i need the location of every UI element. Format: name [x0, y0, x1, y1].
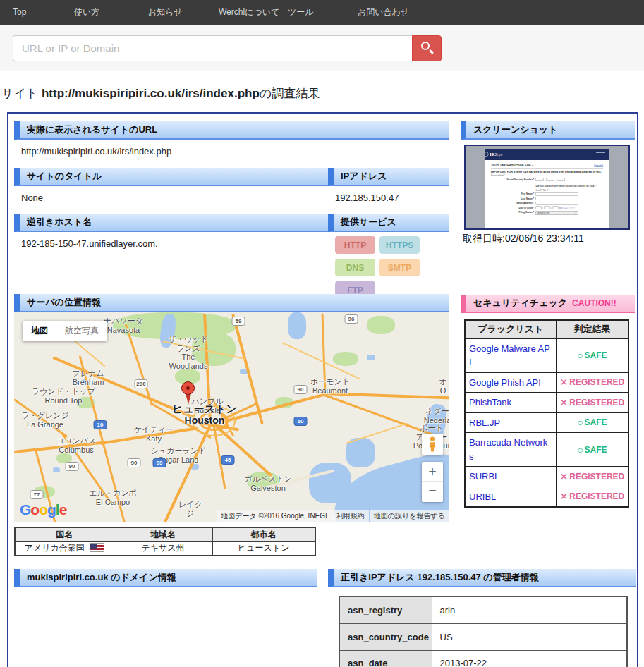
- blacklist-row: Google Phish API✕REGISTERED: [465, 372, 628, 393]
- blacklist-link[interactable]: Barracuda Networks: [465, 433, 556, 467]
- route-shield-90: 90: [128, 458, 141, 467]
- blacklist-link[interactable]: PhishTank: [465, 393, 556, 413]
- map-label: エル・カンポEl Campo: [89, 489, 136, 506]
- captured-datetime: 取得日時:02/06/16 23:34:11: [463, 233, 584, 245]
- satellite-button[interactable]: 航空写真: [56, 321, 107, 341]
- report-error-link[interactable]: 地図の誤りを報告する: [370, 510, 449, 522]
- safe-icon: ○: [577, 444, 583, 455]
- blacklist-row: SURBL✕REGISTERED: [465, 467, 628, 487]
- page-title-url: http://mukispiripiri.co.uk/irs/index.php: [42, 87, 260, 100]
- verdict-cell: ✕REGISTERED: [556, 467, 628, 487]
- blacklist-link[interactable]: Google Malware API: [465, 338, 556, 372]
- map-water: [367, 355, 375, 360]
- blacklist-link[interactable]: URIBL: [465, 487, 556, 507]
- blacklist-link[interactable]: Google Phish API: [465, 372, 556, 393]
- nav-item-usage[interactable]: 使い方: [74, 0, 99, 25]
- map-road: [346, 423, 408, 444]
- verdict-cell: ○SAFE: [556, 412, 628, 433]
- service-badge-smtp: SMTP: [379, 259, 420, 276]
- map-label: フレナムBrenham: [72, 369, 104, 386]
- map-attribution: 地図データ ©2016 Google, INEGI利用規約地図の誤りを報告する: [217, 510, 449, 522]
- route-shield-10: 10: [294, 417, 308, 426]
- map-label: ボーモントBeaumont: [310, 377, 350, 395]
- top-nav-bar: Top使い方お知らせWerchlについてツールお問い合わせ: [0, 0, 644, 25]
- route-shield-90: 90: [66, 462, 79, 471]
- map-canvas[interactable]: ナバソータNavasotaザ・ウッドランズTheWoodlandsフレナムBre…: [14, 312, 449, 522]
- reverse-host-value: 192-185-150-47.unifiedlayer.com.: [21, 238, 158, 249]
- map-greenery: [367, 316, 395, 334]
- thumb-heading: 2015 Tax Reduction File -: [491, 163, 533, 167]
- nav-item-top[interactable]: Top: [13, 0, 26, 25]
- location-header-region: 地域名: [114, 527, 212, 541]
- nav-item-tools[interactable]: ツール: [288, 0, 314, 25]
- asn-row: asn_registryarin: [339, 596, 627, 623]
- blacklist-link[interactable]: RBL.JP: [465, 412, 556, 433]
- thumb-header-links: [596, 152, 605, 153]
- zoom-in-button[interactable]: +: [422, 462, 443, 482]
- verdict-cell: ✕REGISTERED: [556, 393, 628, 413]
- registered-icon: ✕: [560, 397, 569, 408]
- location-country: アメリカ合衆国: [15, 541, 114, 556]
- google-logo: Google: [20, 501, 66, 518]
- blacklist-row: PhishTank✕REGISTERED: [465, 393, 628, 413]
- blacklist-row: URIBL✕REGISTERED: [465, 487, 628, 507]
- location-header-country: 国名: [15, 527, 114, 541]
- map-data-credit: 地図データ ©2016 Google, INEGI: [217, 510, 332, 522]
- thumb-important-text: IMPORTANT FOR EVERY TAX PAYERS to avoid …: [491, 171, 603, 174]
- blacklist-row: Google Malware API○SAFE: [465, 338, 628, 372]
- section-header-site-title: サイトのタイトル: [14, 168, 328, 186]
- nav-item-contact[interactable]: お問い合わせ: [358, 0, 409, 25]
- verdict-cell: ○SAFE: [556, 338, 628, 372]
- route-shield-45: 45: [221, 455, 235, 465]
- map-water: [309, 463, 351, 503]
- verdict-cell: ✕REGISTERED: [556, 487, 628, 507]
- page-title-suffix: の調査結果: [260, 87, 320, 100]
- section-header-actual-url: 実際に表示されるサイトのURL: [14, 121, 449, 140]
- search-button[interactable]: [412, 35, 442, 61]
- thumb-body: 2015 Tax Reduction File - Español IMPORT…: [485, 160, 609, 218]
- nav-item-news[interactable]: お知らせ: [148, 0, 183, 25]
- section-header-ip-address: IPアドレス: [328, 168, 449, 186]
- service-badge-dns: DNS: [335, 259, 375, 276]
- registered-icon: ✕: [560, 491, 569, 502]
- map-label: コロンバスColumbus: [56, 436, 96, 454]
- zoom-control: + −: [422, 462, 443, 502]
- map-button[interactable]: 地図: [23, 321, 56, 341]
- asn-value: 2013-07-22: [432, 650, 627, 667]
- nav-item-about[interactable]: Werchlについて: [219, 0, 279, 25]
- blacklist-row: RBL.JP○SAFE: [465, 412, 628, 433]
- asn-value: US: [432, 623, 627, 650]
- pegman-icon[interactable]: [422, 434, 443, 455]
- map-pin-icon: [181, 381, 195, 407]
- location-city: ヒューストン: [212, 541, 315, 556]
- service-badge-http: HTTP: [335, 236, 375, 254]
- search-input[interactable]: [13, 35, 412, 61]
- route-shield-90: 90: [294, 385, 308, 394]
- location-table: 国名 地域名 都市名 アメリカ合衆国 テキサス州 ヒューストン: [14, 527, 316, 556]
- asn-row: asn_date2013-07-22: [339, 650, 627, 667]
- thumb-espanol-link: Español: [594, 164, 603, 167]
- page-title: サイト http://mukispiripiri.co.uk/irs/index…: [1, 85, 644, 102]
- route-shield-290: 290: [135, 379, 148, 388]
- map-label: ザ・ウッドランズTheWoodlands: [169, 335, 208, 371]
- route-shield-69: 69: [153, 458, 166, 467]
- map-road: [225, 393, 327, 422]
- irs-emblem-icon: [485, 152, 489, 157]
- screenshot-thumbnail[interactable]: IRS.gov 2015 Tax Reduction File - Españo…: [464, 145, 630, 230]
- map-type-control: 地図 航空写真: [23, 321, 107, 341]
- thumb-required-text: Required fields *: [491, 175, 603, 177]
- asn-value: arin: [432, 596, 627, 623]
- route-shield-96: 96: [345, 314, 358, 324]
- security-header-blacklist: ブラックリスト: [465, 320, 556, 338]
- asn-key: asn_country_code: [339, 623, 432, 650]
- terms-link[interactable]: 利用規約: [332, 510, 369, 522]
- asn-key: asn_registry: [339, 596, 432, 623]
- service-badges: HTTPHTTPSDNSSMTPFTP: [335, 236, 425, 299]
- asn-table: asn_registryarinasn_country_codeUSasn_da…: [339, 596, 628, 667]
- zoom-out-button[interactable]: −: [422, 482, 443, 501]
- actual-url-value: http://mukispiripiri.co.uk/irs/index.php: [21, 146, 171, 157]
- map-label: オO: [439, 377, 446, 395]
- caution-badge: CAUTION!!: [572, 298, 616, 308]
- safe-icon: ○: [577, 350, 583, 361]
- blacklist-link[interactable]: SURBL: [465, 467, 556, 487]
